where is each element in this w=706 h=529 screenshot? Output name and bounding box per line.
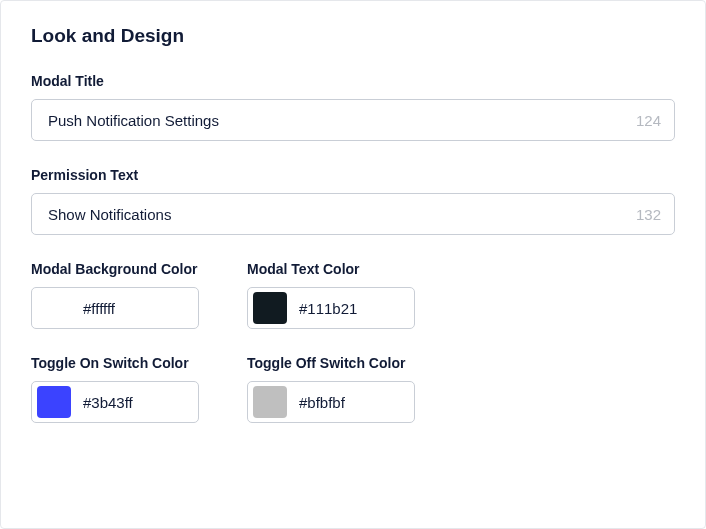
toggle-on-color-label: Toggle On Switch Color <box>31 355 211 371</box>
toggle-on-value[interactable] <box>83 394 186 411</box>
modal-bg-color-label: Modal Background Color <box>31 261 211 277</box>
modal-bg-value[interactable] <box>83 300 186 317</box>
modal-text-swatch[interactable] <box>253 292 287 324</box>
colors-row-1: Modal Background Color Modal Text Color <box>31 261 675 329</box>
modal-title-label: Modal Title <box>31 73 675 89</box>
toggle-off-swatch[interactable] <box>253 386 287 418</box>
modal-bg-swatch[interactable] <box>37 292 71 324</box>
modal-title-field: Modal Title 124 <box>31 73 675 141</box>
modal-text-color-input[interactable] <box>247 287 415 329</box>
modal-title-char-count: 124 <box>636 112 661 129</box>
modal-title-input-wrapper: 124 <box>31 99 675 141</box>
modal-bg-color-field: Modal Background Color <box>31 261 211 329</box>
modal-title-input[interactable] <box>31 99 675 141</box>
toggle-on-color-field: Toggle On Switch Color <box>31 355 211 423</box>
toggle-on-swatch[interactable] <box>37 386 71 418</box>
permission-text-input-wrapper: 132 <box>31 193 675 235</box>
toggle-off-color-label: Toggle Off Switch Color <box>247 355 427 371</box>
toggle-off-color-field: Toggle Off Switch Color <box>247 355 427 423</box>
modal-text-color-label: Modal Text Color <box>247 261 427 277</box>
toggle-on-color-input[interactable] <box>31 381 199 423</box>
modal-bg-color-input[interactable] <box>31 287 199 329</box>
permission-text-field: Permission Text 132 <box>31 167 675 235</box>
panel-title: Look and Design <box>31 25 675 47</box>
permission-text-label: Permission Text <box>31 167 675 183</box>
colors-row-2: Toggle On Switch Color Toggle Off Switch… <box>31 355 675 423</box>
modal-text-value[interactable] <box>299 300 402 317</box>
permission-text-char-count: 132 <box>636 206 661 223</box>
permission-text-input[interactable] <box>31 193 675 235</box>
look-and-design-panel: Look and Design Modal Title 124 Permissi… <box>0 0 706 529</box>
toggle-off-color-input[interactable] <box>247 381 415 423</box>
modal-text-color-field: Modal Text Color <box>247 261 427 329</box>
toggle-off-value[interactable] <box>299 394 402 411</box>
